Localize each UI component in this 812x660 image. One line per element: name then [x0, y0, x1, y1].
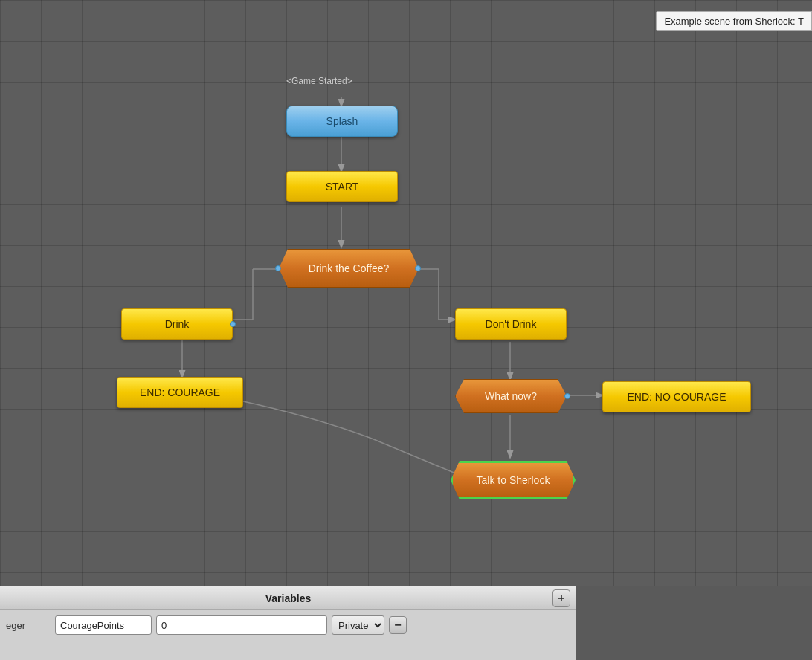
canvas-area[interactable]: Example scene from Sherlock: T [0, 0, 812, 586]
variable-value-input[interactable] [156, 615, 327, 635]
connector-right-what-now [564, 393, 570, 399]
variable-type-label: eger [6, 620, 51, 631]
tooltip-label: Example scene from Sherlock: T [656, 11, 812, 31]
start-node[interactable]: START [286, 171, 398, 202]
splash-node[interactable]: Splash [286, 106, 398, 137]
drink-node[interactable]: Drink [121, 308, 233, 340]
variables-title: Variables [265, 592, 312, 604]
what-now-node[interactable]: What now? [455, 379, 567, 413]
connector-left-drink-coffee [275, 265, 281, 271]
add-variable-button[interactable]: + [552, 589, 570, 607]
talk-to-sherlock-node[interactable]: Talk to Sherlock [451, 461, 576, 499]
bottom-panel: Variables + eger Private Public − [0, 586, 576, 660]
connector-right-drink [230, 321, 236, 327]
end-courage-node[interactable]: END: COURAGE [117, 377, 243, 408]
end-no-courage-node[interactable]: END: NO COURAGE [602, 381, 751, 412]
connector-right-drink-coffee [415, 265, 421, 271]
variables-header: Variables + [0, 586, 576, 610]
game-started-label: <Game Started> [286, 76, 352, 86]
variable-visibility-select[interactable]: Private Public [332, 615, 384, 635]
variable-name-input[interactable] [55, 615, 152, 635]
variables-row: eger Private Public − [0, 610, 576, 640]
connection-lines [0, 0, 812, 586]
drink-coffee-node[interactable]: Drink the Coffee? [279, 249, 419, 288]
remove-variable-button[interactable]: − [389, 616, 407, 634]
dont-drink-node[interactable]: Don't Drink [455, 308, 567, 340]
